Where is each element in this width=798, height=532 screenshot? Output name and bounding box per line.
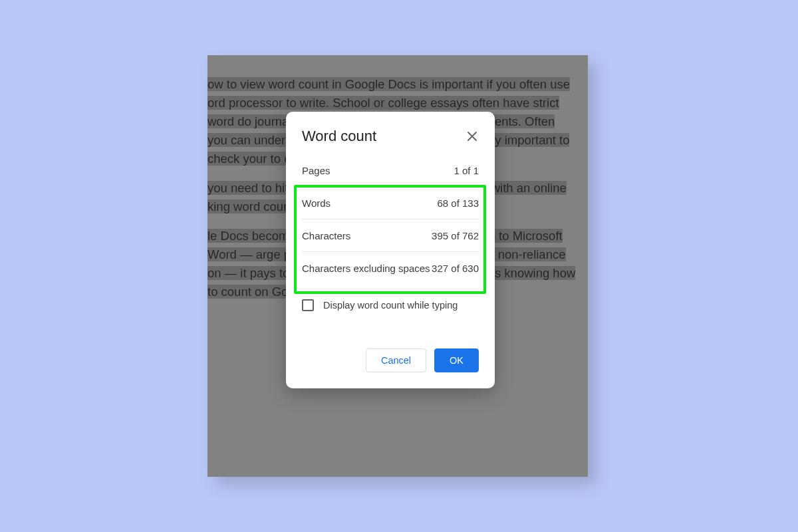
stat-row-pages: Pages 1 of 1	[302, 154, 479, 187]
checkbox-icon[interactable]	[302, 299, 314, 311]
display-while-typing-row[interactable]: Display word count while typing	[286, 285, 495, 311]
stat-label: Characters excluding spaces	[302, 263, 430, 274]
stat-label: Words	[302, 198, 331, 209]
stat-label: Pages	[302, 165, 331, 176]
stat-row-characters-excluding-spaces: Characters excluding spaces 327 of 630	[302, 252, 479, 285]
stat-value: 395 of 762	[432, 230, 479, 241]
ok-button[interactable]: OK	[434, 348, 479, 372]
stat-value: 68 of 133	[437, 198, 479, 209]
word-count-dialog: Word count Pages 1 of 1 Words 68 of 133 …	[286, 112, 495, 388]
stat-row-characters: Characters 395 of 762	[302, 219, 479, 252]
close-icon[interactable]	[466, 130, 479, 143]
stats-table: Pages 1 of 1 Words 68 of 133 Characters …	[286, 154, 495, 285]
dialog-title: Word count	[302, 128, 376, 145]
cancel-button[interactable]: Cancel	[366, 348, 426, 372]
stat-value: 327 of 630	[432, 263, 479, 274]
stat-label: Characters	[302, 230, 350, 241]
stat-value: 1 of 1	[454, 165, 479, 176]
checkbox-label: Display word count while typing	[323, 300, 458, 311]
stat-row-words: Words 68 of 133	[302, 187, 479, 219]
